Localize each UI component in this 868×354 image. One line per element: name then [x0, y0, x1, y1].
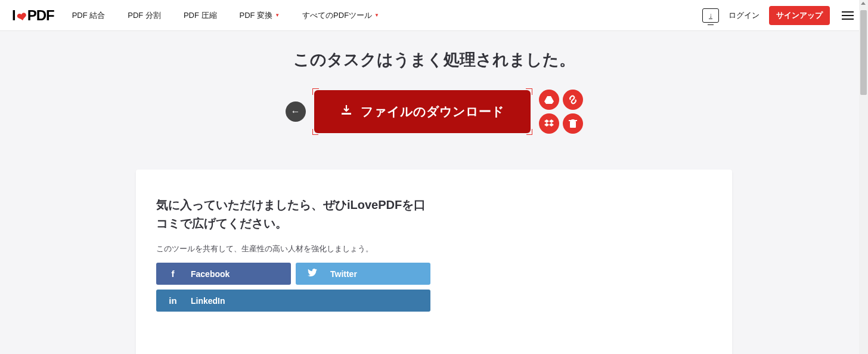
download-arrow-icon: ↓: [709, 12, 712, 19]
twitter-icon: [308, 269, 317, 279]
save-drive-button[interactable]: [539, 90, 559, 110]
desktop-download-icon[interactable]: ↓: [702, 8, 719, 23]
arrow-left-icon: ←: [291, 106, 300, 117]
logo-text-i: I: [12, 7, 16, 24]
nav-links: PDF 結合 PDF 分割 PDF 圧縮 PDF 変換 ▼ すべてのPDFツール…: [72, 10, 379, 21]
menu-icon[interactable]: [839, 9, 856, 22]
download-button[interactable]: ファイルのダウンロード: [314, 90, 531, 133]
nav-compress[interactable]: PDF 圧縮: [184, 10, 217, 21]
scroll-up-icon: [861, 2, 866, 5]
nav-convert-label: PDF 変換: [240, 10, 273, 21]
login-link[interactable]: ログイン: [728, 10, 760, 21]
logo[interactable]: I ❤ PDF: [12, 7, 54, 24]
share-facebook-button[interactable]: f Facebook: [156, 263, 291, 285]
facebook-icon: f: [168, 269, 178, 279]
nav-all-label: すべてのPDFツール: [302, 10, 372, 21]
main: このタスクはうまく処理されました。 ← ファイルのダウンロード: [0, 31, 868, 354]
logo-text-pdf: PDF: [27, 7, 54, 24]
scrollbar-thumb[interactable]: [860, 10, 867, 95]
svg-marker-2: [544, 119, 549, 123]
svg-marker-5: [549, 123, 554, 127]
chevron-down-icon: ▼: [275, 13, 280, 18]
svg-marker-4: [544, 123, 549, 127]
heart-icon: ❤: [15, 8, 27, 24]
side-actions: [539, 90, 583, 134]
scrollbar[interactable]: [859, 0, 868, 354]
share-twitter-label: Twitter: [330, 269, 357, 279]
download-label: ファイルのダウンロード: [361, 103, 504, 120]
svg-rect-0: [342, 113, 351, 115]
navbar: I ❤ PDF PDF 結合 PDF 分割 PDF 圧縮 PDF 変換 ▼ すべ…: [0, 0, 868, 31]
svg-rect-8: [571, 119, 574, 121]
nav-right: ↓ ログイン サインアップ: [702, 6, 856, 25]
svg-marker-1: [544, 96, 554, 104]
action-row: ← ファイルのダウンロード: [0, 90, 868, 134]
share-card: 気に入っていただけましたら、ぜひiLovePDFを口コミで広げてください。 この…: [136, 170, 732, 354]
svg-marker-3: [549, 119, 554, 123]
share-twitter-button[interactable]: Twitter: [296, 263, 430, 285]
nav-all-tools[interactable]: すべてのPDFツール ▼: [302, 10, 379, 21]
nav-convert[interactable]: PDF 変換 ▼: [240, 10, 280, 21]
svg-rect-6: [570, 121, 576, 128]
share-facebook-label: Facebook: [191, 269, 230, 279]
save-dropbox-button[interactable]: [539, 113, 559, 134]
share-row: f Facebook Twitter in LinkedIn: [156, 263, 430, 312]
share-card-title: 気に入っていただけましたら、ぜひiLovePDFを口コミで広げてください。: [156, 196, 430, 233]
download-icon: [340, 104, 352, 119]
chevron-down-icon: ▼: [374, 13, 379, 18]
delete-button[interactable]: [563, 113, 583, 134]
copy-link-button[interactable]: [563, 90, 583, 110]
nav-merge[interactable]: PDF 結合: [72, 10, 106, 21]
linkedin-icon: in: [168, 295, 178, 306]
share-linkedin-label: LinkedIn: [191, 296, 225, 306]
nav-split[interactable]: PDF 分割: [128, 10, 161, 21]
page-title: このタスクはうまく処理されました。: [0, 49, 868, 70]
share-linkedin-button[interactable]: in LinkedIn: [156, 290, 430, 312]
share-card-sub: このツールを共有して、生産性の高い人材を強化しましょう。: [156, 244, 712, 254]
back-button[interactable]: ←: [286, 101, 306, 122]
signup-button[interactable]: サインアップ: [769, 6, 830, 25]
